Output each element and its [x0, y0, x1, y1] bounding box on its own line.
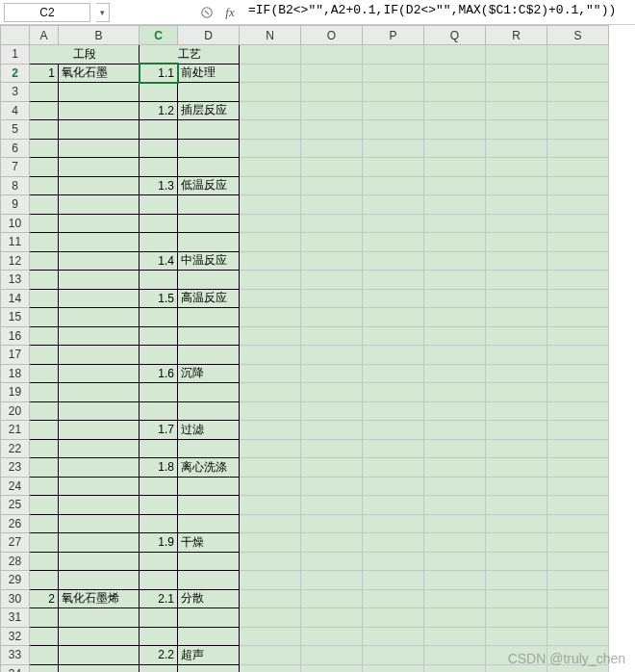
cell-B17[interactable]: [59, 346, 140, 365]
cell-S7[interactable]: [547, 158, 609, 177]
cell-P27[interactable]: [363, 533, 424, 553]
cell-P9[interactable]: [363, 195, 424, 215]
cell-P34[interactable]: [363, 664, 424, 672]
cell-B7[interactable]: [59, 158, 140, 177]
cell-D28[interactable]: [178, 552, 240, 571]
cell-P14[interactable]: [363, 289, 424, 308]
cell-A34[interactable]: [30, 664, 59, 672]
cell-O17[interactable]: [301, 346, 363, 365]
cell-Q15[interactable]: [424, 308, 486, 327]
cell-R2[interactable]: [486, 64, 547, 83]
cell-D34[interactable]: [178, 664, 240, 672]
cell-Q32[interactable]: [424, 627, 486, 646]
cell-O25[interactable]: [301, 496, 363, 515]
cell-R27[interactable]: [486, 533, 547, 553]
cell-N33[interactable]: [240, 646, 301, 665]
cell-A25[interactable]: [30, 496, 59, 515]
cell-B10[interactable]: [59, 214, 140, 233]
cell-D3[interactable]: [178, 83, 240, 102]
cell-C11[interactable]: [140, 233, 178, 252]
cell-N31[interactable]: [240, 608, 301, 628]
cell-R6[interactable]: [486, 139, 547, 158]
row-header-24[interactable]: 24: [1, 477, 30, 496]
cell-S18[interactable]: [547, 364, 609, 383]
cell-Q28[interactable]: [424, 552, 486, 571]
cell-A31[interactable]: [30, 608, 59, 628]
header-left[interactable]: 工段: [30, 45, 140, 65]
fx-icon[interactable]: fx: [221, 4, 239, 21]
cell-C34[interactable]: [140, 664, 178, 672]
cell-P12[interactable]: [363, 251, 424, 271]
cell-A2[interactable]: 1: [30, 64, 59, 83]
cell-Q9[interactable]: [424, 195, 486, 215]
cell-P10[interactable]: [363, 214, 424, 233]
column-header-R[interactable]: R: [486, 26, 547, 45]
cell-Q2[interactable]: [424, 64, 486, 83]
cell-A8[interactable]: [30, 176, 59, 195]
row-header-19[interactable]: 19: [1, 383, 30, 402]
cell-S10[interactable]: [547, 214, 609, 233]
cell-B3[interactable]: [59, 83, 140, 102]
cell-Q5[interactable]: [424, 120, 486, 140]
cell-N25[interactable]: [240, 496, 301, 515]
cell-A3[interactable]: [30, 83, 59, 102]
cell-D14[interactable]: 高温反应: [178, 289, 240, 308]
cell-A30[interactable]: 2: [30, 589, 59, 608]
cell-B21[interactable]: [59, 421, 140, 440]
cell-P26[interactable]: [363, 514, 424, 533]
cell-C20[interactable]: [140, 401, 178, 421]
cell-C17[interactable]: [140, 346, 178, 365]
cell-D6[interactable]: [178, 139, 240, 158]
cell-D15[interactable]: [178, 308, 240, 327]
cell-N19[interactable]: [240, 383, 301, 402]
cell-N21[interactable]: [240, 421, 301, 440]
header-right[interactable]: 工艺: [140, 45, 240, 65]
cell-P33[interactable]: [363, 646, 424, 665]
cell-B12[interactable]: [59, 251, 140, 271]
cell-D7[interactable]: [178, 158, 240, 177]
row-header-34[interactable]: 34: [1, 664, 30, 672]
cell-R4[interactable]: [486, 101, 547, 120]
cell-D19[interactable]: [178, 383, 240, 402]
cell-R10[interactable]: [486, 214, 547, 233]
cell-N7[interactable]: [240, 158, 301, 177]
cell-D10[interactable]: [178, 214, 240, 233]
cell-Q29[interactable]: [424, 571, 486, 590]
cell-B34[interactable]: [59, 664, 140, 672]
cell-B28[interactable]: [59, 552, 140, 571]
cell-A9[interactable]: [30, 195, 59, 215]
cell-P15[interactable]: [363, 308, 424, 327]
cell-C26[interactable]: [140, 514, 178, 533]
cell-P4[interactable]: [363, 101, 424, 120]
cell-C10[interactable]: [140, 214, 178, 233]
cell-Q18[interactable]: [424, 364, 486, 383]
cell-P6[interactable]: [363, 139, 424, 158]
cell[interactable]: [547, 45, 609, 65]
cell-A21[interactable]: [30, 421, 59, 440]
cell-B30[interactable]: 氧化石墨烯: [59, 589, 140, 608]
cell-O19[interactable]: [301, 383, 363, 402]
cell-A19[interactable]: [30, 383, 59, 402]
cell-O34[interactable]: [301, 664, 363, 672]
cell-S28[interactable]: [547, 552, 609, 571]
cell-B32[interactable]: [59, 627, 140, 646]
cell-B25[interactable]: [59, 496, 140, 515]
cell-O26[interactable]: [301, 514, 363, 533]
cell-S2[interactable]: [547, 64, 609, 83]
cell-Q34[interactable]: [424, 664, 486, 672]
cell-N20[interactable]: [240, 401, 301, 421]
row-header-1[interactable]: 1: [1, 45, 30, 65]
cell-B8[interactable]: [59, 176, 140, 195]
cell-A17[interactable]: [30, 346, 59, 365]
cell-R28[interactable]: [486, 552, 547, 571]
cell-P3[interactable]: [363, 83, 424, 102]
cell-C30[interactable]: 2.1: [140, 589, 178, 608]
cell-D23[interactable]: 离心洗涤: [178, 458, 240, 478]
cell-D24[interactable]: [178, 477, 240, 496]
cell-A20[interactable]: [30, 401, 59, 421]
cell-O27[interactable]: [301, 533, 363, 553]
cell-O21[interactable]: [301, 421, 363, 440]
row-header-30[interactable]: 30: [1, 589, 30, 608]
cell-C31[interactable]: [140, 608, 178, 628]
cell-Q19[interactable]: [424, 383, 486, 402]
